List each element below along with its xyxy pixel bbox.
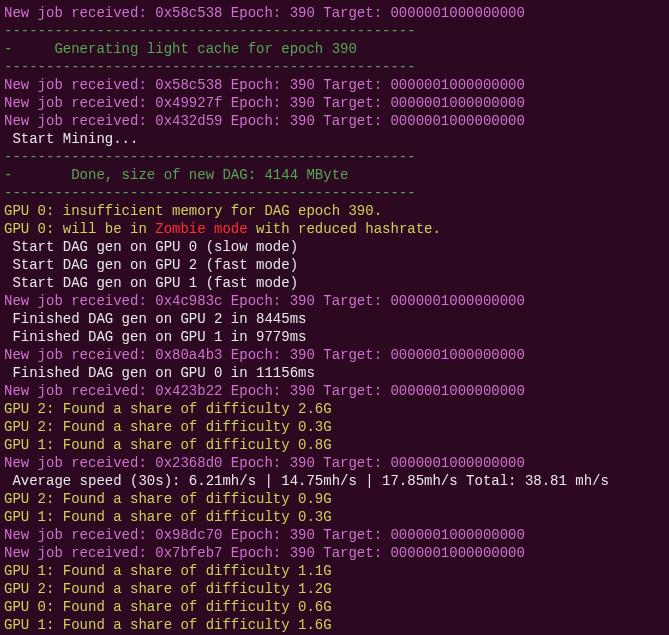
log-line: ----------------------------------------… <box>4 22 665 40</box>
log-line: GPU 0: will be in Zombie mode with reduc… <box>4 220 665 238</box>
log-line: New job received: 0x58c538 Epoch: 390 Ta… <box>4 4 665 22</box>
log-line: GPU 0: Found a share of difficulty 0.6G <box>4 598 665 616</box>
log-line: GPU 1: Found a share of difficulty 0.8G <box>4 436 665 454</box>
log-line: New job received: 0x49927f Epoch: 390 Ta… <box>4 94 665 112</box>
log-line: New job received: 0x80a4b3 Epoch: 390 Ta… <box>4 346 665 364</box>
log-line: Start Mining... <box>4 130 665 148</box>
log-line: New job received: 0x58c538 Epoch: 390 Ta… <box>4 76 665 94</box>
log-line: GPU 1: Found a share of difficulty 1.1G <box>4 562 665 580</box>
log-line: New job received: 0x423b22 Epoch: 390 Ta… <box>4 382 665 400</box>
log-line: GPU 1: Found a share of difficulty 0.3G <box>4 508 665 526</box>
log-line: New job received: 0x7bfeb7 Epoch: 390 Ta… <box>4 544 665 562</box>
log-line: GPU 2: Found a share of difficulty 2.6G <box>4 400 665 418</box>
log-line: - Generating light cache for epoch 390 <box>4 40 665 58</box>
log-line: GPU 2: Found a share of difficulty 0.3G <box>4 418 665 436</box>
log-line: GPU 2: Found a share of difficulty 0.9G <box>4 490 665 508</box>
log-line: Start DAG gen on GPU 0 (slow mode) <box>4 238 665 256</box>
log-line: Finished DAG gen on GPU 0 in 11156ms <box>4 364 665 382</box>
log-line: New job received: 0x98dc70 Epoch: 390 Ta… <box>4 526 665 544</box>
log-line: - Done, size of new DAG: 4144 MByte <box>4 166 665 184</box>
log-line: New job received: 0x432d59 Epoch: 390 Ta… <box>4 112 665 130</box>
log-line: Start DAG gen on GPU 1 (fast mode) <box>4 274 665 292</box>
log-line: Average speed (30s): 6.21mh/s | 14.75mh/… <box>4 472 665 490</box>
log-line: New job received: 0x4c983c Epoch: 390 Ta… <box>4 292 665 310</box>
log-line: Finished DAG gen on GPU 1 in 9779ms <box>4 328 665 346</box>
log-line: New job received: 0x2368d0 Epoch: 390 Ta… <box>4 454 665 472</box>
log-line: ----------------------------------------… <box>4 58 665 76</box>
log-line: ----------------------------------------… <box>4 148 665 166</box>
log-line: ----------------------------------------… <box>4 184 665 202</box>
log-line: GPU 2: Found a share of difficulty 1.2G <box>4 580 665 598</box>
log-line: GPU 0: insufficient memory for DAG epoch… <box>4 202 665 220</box>
log-line: Start DAG gen on GPU 2 (fast mode) <box>4 256 665 274</box>
log-line: Finished DAG gen on GPU 2 in 8445ms <box>4 310 665 328</box>
log-line: GPU 1: Found a share of difficulty 1.6G <box>4 616 665 634</box>
terminal-output: New job received: 0x58c538 Epoch: 390 Ta… <box>4 4 665 634</box>
